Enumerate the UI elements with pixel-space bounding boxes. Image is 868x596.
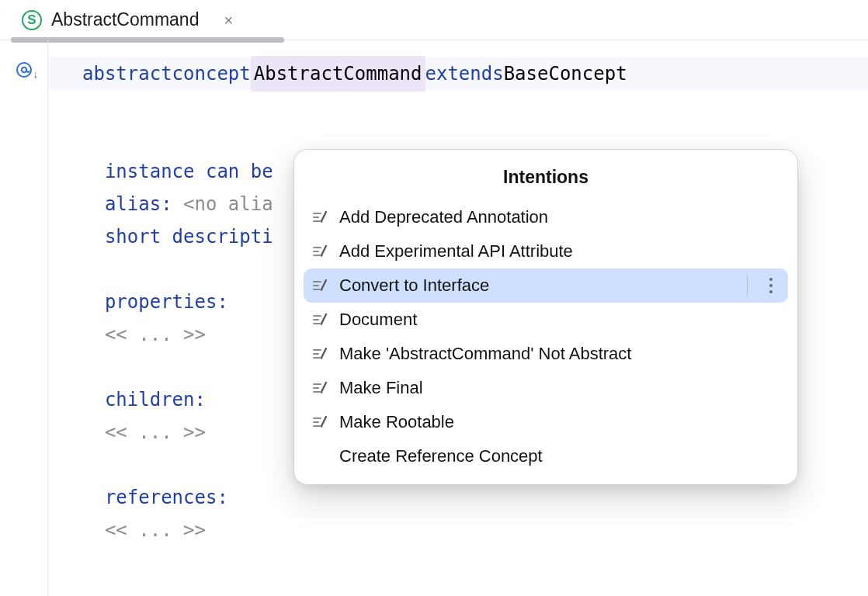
extends-target[interactable]: BaseConcept <box>504 57 627 90</box>
more-separator <box>747 275 748 296</box>
gutter: ↓ <box>0 40 48 596</box>
concept-name[interactable]: AbstractCommand <box>251 56 425 92</box>
intention-label: Add Experimental API Attribute <box>339 241 573 262</box>
intention-edit-icon <box>311 345 328 362</box>
intention-label: Add Deprecated Annotation <box>339 207 548 227</box>
extends-keyword: extends <box>425 57 504 90</box>
intention-item[interactable]: Create Reference Concept <box>294 439 797 473</box>
intention-label: Make 'AbstractCommand' Not Abstract <box>339 344 631 364</box>
intention-label: Document <box>339 310 417 330</box>
close-icon[interactable]: × <box>224 12 233 28</box>
intention-item[interactable]: Make 'AbstractCommand' Not Abstract <box>294 337 797 371</box>
intention-item[interactable]: Add Deprecated Annotation <box>294 200 797 234</box>
concept-declaration-line[interactable]: abstract concept AbstractCommand extends… <box>48 57 868 90</box>
references-label[interactable]: references: <box>48 481 868 514</box>
concept-keyword: concept <box>172 57 251 90</box>
intention-edit-icon <box>311 414 328 431</box>
annotation-gutter-icon[interactable]: ↓ <box>0 61 47 79</box>
popup-title: Intentions <box>294 159 797 200</box>
intention-item[interactable]: Convert to Interface <box>304 269 788 303</box>
editor-area: ↓ abstract concept AbstractCommand exten… <box>0 40 868 596</box>
tab-title: AbstractCommand <box>51 9 199 30</box>
intention-item[interactable]: Make Final <box>294 371 797 405</box>
intention-item[interactable]: Add Experimental API Attribute <box>294 234 797 269</box>
references-placeholder[interactable]: << ... >> <box>48 514 868 546</box>
intention-label: Make Final <box>339 378 423 398</box>
intention-edit-icon <box>311 243 328 260</box>
tab-abstractcommand[interactable]: S AbstractCommand × <box>19 0 236 40</box>
svg-point-0 <box>17 63 31 77</box>
intention-label: Create Reference Concept <box>339 446 543 466</box>
tab-bar: S AbstractCommand × <box>0 0 868 40</box>
intention-item[interactable]: Document <box>294 303 797 337</box>
intention-edit-icon <box>311 277 328 294</box>
struct-icon: S <box>22 10 42 30</box>
intention-edit-icon <box>311 209 328 226</box>
intention-edit-icon <box>311 311 328 328</box>
intention-label: Convert to Interface <box>339 275 489 296</box>
struct-icon-letter: S <box>27 13 36 26</box>
intention-edit-icon <box>311 379 328 397</box>
intentions-popup: Intentions Add Deprecated Annotation Add… <box>293 149 798 485</box>
intention-label: Make Rootable <box>339 412 454 432</box>
modifier-keyword: abstract <box>82 57 172 90</box>
more-options-icon[interactable] <box>769 278 773 293</box>
intention-item[interactable]: Make Rootable <box>294 405 797 439</box>
